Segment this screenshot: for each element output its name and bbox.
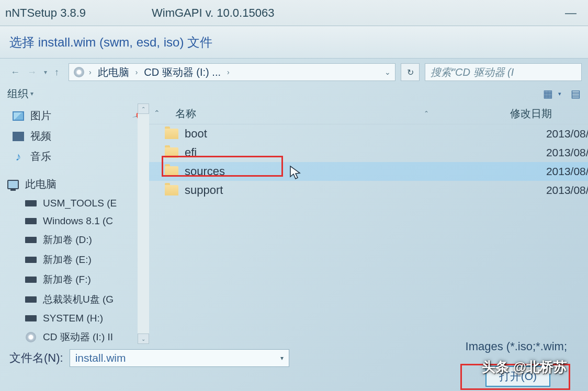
- file-row-support[interactable]: support 2013/08/23: [149, 181, 588, 200]
- back-button[interactable]: ←: [10, 67, 20, 78]
- organize-menu[interactable]: 组织 ▾: [7, 87, 33, 101]
- file-name: sources: [185, 165, 225, 178]
- sidebar-item-label: 总裁装机U盘 (G: [43, 293, 114, 306]
- sidebar-item-vol-f[interactable]: 新加卷 (F:): [0, 270, 149, 290]
- chevron-right-icon: ›: [135, 68, 138, 76]
- sidebar-item-label: 新加卷 (E:): [43, 253, 92, 267]
- address-bar[interactable]: › 此电脑 › CD 驱动器 (I:) ... › ⌄: [69, 63, 395, 81]
- file-date: 2013/08/23: [510, 165, 588, 178]
- view-options: ▦ ▾ ▤: [543, 87, 581, 100]
- file-name: boot: [185, 127, 207, 141]
- sidebar-item-cd-i[interactable]: CD 驱动器 (I:) II: [0, 327, 149, 347]
- up-button[interactable]: ↑: [54, 67, 59, 78]
- address-dropdown-icon[interactable]: ⌄: [385, 68, 391, 76]
- sidebar-item-label: USM_TOOLS (E: [43, 198, 117, 209]
- file-row-boot[interactable]: boot 2013/08/23: [149, 124, 588, 143]
- drive-icon: [25, 200, 37, 206]
- file-list-header: ⌃ 名称 ⌃ 修改日期: [149, 104, 588, 124]
- file-list-area: ⌃ 名称 ⌃ 修改日期 boot 2013/08/23 efi 2013/08/…: [149, 104, 588, 344]
- chevron-right-icon: ›: [227, 68, 230, 76]
- drive-icon: [25, 257, 37, 263]
- file-date: 2013/08/23: [510, 128, 588, 140]
- file-row-efi[interactable]: efi 2013/08/23: [149, 143, 588, 162]
- recent-dropdown[interactable]: ▾: [44, 68, 47, 76]
- view-details-icon[interactable]: ▦: [543, 87, 553, 100]
- sort-indicator-icon: ⌃: [343, 107, 510, 121]
- chevron-right-icon: ›: [89, 68, 92, 76]
- organize-label: 组织: [7, 87, 28, 101]
- filename-label: 文件名(N):: [9, 350, 63, 366]
- chevron-down-icon: ▾: [30, 90, 33, 97]
- sidebar-item-vol-d[interactable]: 新加卷 (D:): [0, 230, 149, 250]
- sidebar-scrollbar[interactable]: ⌃ ⌄: [138, 104, 149, 344]
- drive-icon: [25, 237, 37, 243]
- forward-button[interactable]: →: [27, 67, 37, 78]
- file-name: efi: [185, 146, 197, 159]
- sidebar-item-label: SYSTEM (H:): [43, 313, 103, 324]
- sidebar-item-win81[interactable]: Windows 8.1 (C: [0, 212, 149, 230]
- drive-icon: [25, 315, 37, 321]
- view-dropdown-icon[interactable]: ▾: [558, 90, 561, 97]
- file-name: support: [185, 183, 223, 197]
- sidebar-item-pictures[interactable]: 图片 📌: [0, 106, 149, 126]
- filename-dropdown-icon[interactable]: ▾: [280, 354, 284, 362]
- file-date: 2013/08/23: [510, 184, 588, 197]
- scroll-down-button[interactable]: ⌄: [138, 334, 149, 344]
- disc-icon: [26, 332, 36, 342]
- drive-icon: [25, 277, 37, 283]
- file-row-sources[interactable]: sources 2013/08/23: [149, 162, 588, 181]
- sidebar-item-label: Windows 8.1 (C: [43, 215, 113, 227]
- sidebar-item-usm[interactable]: USM_TOOLS (E: [0, 194, 149, 212]
- sidebar-item-label: 此电脑: [25, 177, 56, 191]
- refresh-icon: ↻: [407, 67, 414, 77]
- filename-input[interactable]: install.wim ▾: [70, 349, 289, 367]
- sidebar-item-label: 视频: [30, 129, 51, 143]
- sidebar-item-label: 图片: [30, 109, 51, 123]
- scroll-track[interactable]: [138, 114, 149, 334]
- watermark: 头条 @北桥苏: [482, 358, 567, 376]
- minimize-button[interactable]: —: [559, 6, 583, 20]
- folder-icon: [165, 185, 178, 196]
- sidebar-item-system-h[interactable]: SYSTEM (H:): [0, 309, 149, 327]
- search-input[interactable]: 搜索"CD 驱动器 (I: [425, 63, 582, 81]
- view-list-icon[interactable]: ▤: [571, 87, 581, 100]
- content-area: 图片 📌 视频 ♪ 音乐 此电脑 USM_TOOLS (E: [0, 104, 588, 344]
- breadcrumb-cd-drive[interactable]: CD 驱动器 (I:) ...: [142, 65, 223, 79]
- sidebar-item-label: CD 驱动器 (I:) II: [43, 330, 113, 344]
- sidebar-item-this-pc[interactable]: 此电脑: [0, 174, 149, 194]
- scroll-up-button[interactable]: ⌃: [138, 104, 149, 114]
- drive-icon: [25, 218, 37, 224]
- sidebar-item-music[interactable]: ♪ 音乐: [0, 146, 149, 167]
- sidebar-item-label: 音乐: [30, 150, 51, 164]
- videos-icon: [13, 132, 24, 141]
- file-date: 2013/08/23: [510, 146, 588, 159]
- app-name-center: WimGAPI v. 10.0.15063: [152, 6, 559, 20]
- navigation-bar: ← → ▾ ↑ › 此电脑 › CD 驱动器 (I:) ... › ⌄ ↻ 搜索…: [0, 59, 588, 86]
- sidebar-item-vol-e[interactable]: 新加卷 (E:): [0, 250, 149, 270]
- column-date[interactable]: 修改日期: [510, 107, 588, 121]
- pc-icon: [7, 180, 19, 189]
- app-name-left: nNTSetup 3.8.9: [5, 6, 152, 20]
- sidebar: 图片 📌 视频 ♪ 音乐 此电脑 USM_TOOLS (E: [0, 104, 149, 349]
- pictures-icon: [13, 111, 24, 121]
- parent-window-titlebar: nNTSetup 3.8.9 WimGAPI v. 10.0.15063 —: [0, 0, 588, 26]
- drive-icon: [25, 296, 37, 303]
- sidebar-item-label: 新加卷 (F:): [43, 273, 91, 286]
- sidebar-item-videos[interactable]: 视频: [0, 126, 149, 146]
- music-icon: ♪: [13, 152, 24, 162]
- dialog-title: 选择 install.wim (swm, esd, iso) 文件: [0, 26, 588, 59]
- search-placeholder: 搜索"CD 驱动器 (I: [431, 65, 514, 79]
- sidebar-item-label: 新加卷 (D:): [43, 233, 92, 247]
- expand-column[interactable]: ⌃: [149, 107, 165, 121]
- refresh-button[interactable]: ↻: [401, 63, 420, 81]
- sidebar-item-vol-u[interactable]: 总裁装机U盘 (G: [0, 290, 149, 309]
- watermark-text: 头条 @北桥苏: [482, 358, 567, 376]
- breadcrumb-this-pc[interactable]: 此电脑: [96, 65, 131, 79]
- nav-arrows: ← → ▾ ↑: [6, 67, 63, 78]
- disc-icon: [74, 67, 84, 77]
- filetype-filter[interactable]: Images (*.iso;*.wim;: [466, 340, 567, 353]
- column-name[interactable]: 名称: [165, 107, 343, 121]
- folder-icon: [165, 129, 178, 139]
- toolbar: 组织 ▾ ▦ ▾ ▤: [0, 86, 588, 104]
- folder-icon: [165, 166, 178, 177]
